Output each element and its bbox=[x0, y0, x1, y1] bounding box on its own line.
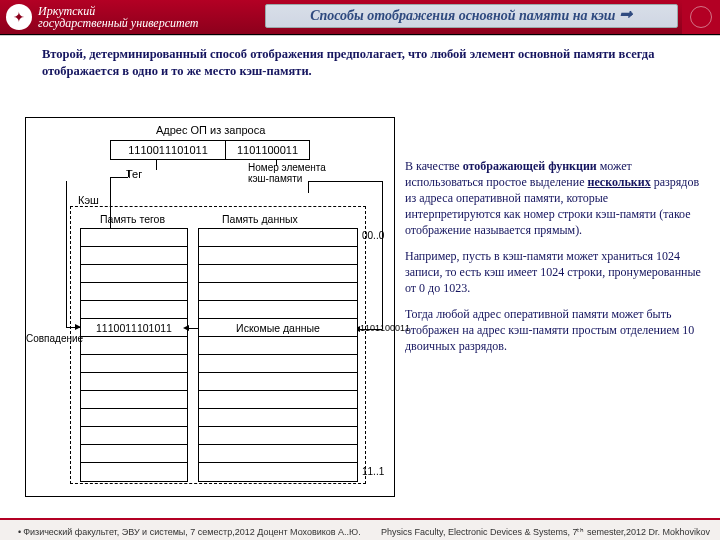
para-2: Например, пусть в кэш-памяти может храни… bbox=[405, 248, 702, 296]
index-bottom: 11..1 bbox=[362, 466, 384, 477]
footer-left: Физический факультет, ЭВУ и системы, 7 с… bbox=[18, 527, 361, 537]
university-name: Иркутский государственный университет bbox=[38, 5, 199, 29]
para-3: Тогда любой адрес оперативной памяти мож… bbox=[405, 306, 702, 354]
index-current: 1101100011 bbox=[360, 323, 410, 333]
index-top: 00..0 bbox=[362, 230, 384, 241]
para-1: В качестве отображающей функции может ис… bbox=[405, 158, 702, 238]
label-tag-memory: Память тегов bbox=[100, 213, 165, 225]
slide-title: Способы отображения основной памяти на к… bbox=[310, 8, 633, 24]
label-address-title: Адрес ОП из запроса bbox=[156, 124, 265, 136]
intro-paragraph: Второй, детерминированный способ отображ… bbox=[42, 46, 690, 80]
header-ornament bbox=[682, 0, 720, 34]
footer-right: Physics Faculty, Electronic Devices & Sy… bbox=[381, 527, 710, 537]
tag-table: 1110011101011 bbox=[80, 228, 188, 482]
label-cache: Кэш bbox=[78, 194, 99, 206]
cache-mapping-diagram: Адрес ОП из запроса 1110011101011 110110… bbox=[25, 117, 395, 497]
footer-bar: Физический факультет, ЭВУ и системы, 7 с… bbox=[0, 518, 720, 540]
tag-row-value: 1110011101011 bbox=[81, 319, 187, 336]
data-table: Искомые данные bbox=[198, 228, 358, 482]
label-match: Совпадение bbox=[26, 333, 83, 344]
label-data-memory: Память данных bbox=[222, 213, 298, 225]
slide-title-band: Способы отображения основной памяти на к… bbox=[265, 4, 678, 28]
data-row-value: Искомые данные bbox=[199, 319, 357, 336]
explanation-text: В качестве отображающей функции может ис… bbox=[405, 158, 702, 364]
address-index-part: 1101100011 bbox=[226, 141, 309, 159]
address-tag-part: 1110011101011 bbox=[111, 141, 226, 159]
uni-line2: государственный университет bbox=[38, 17, 199, 29]
university-logo: ✦ bbox=[6, 4, 32, 30]
address-box: 1110011101011 1101100011 bbox=[110, 140, 310, 160]
